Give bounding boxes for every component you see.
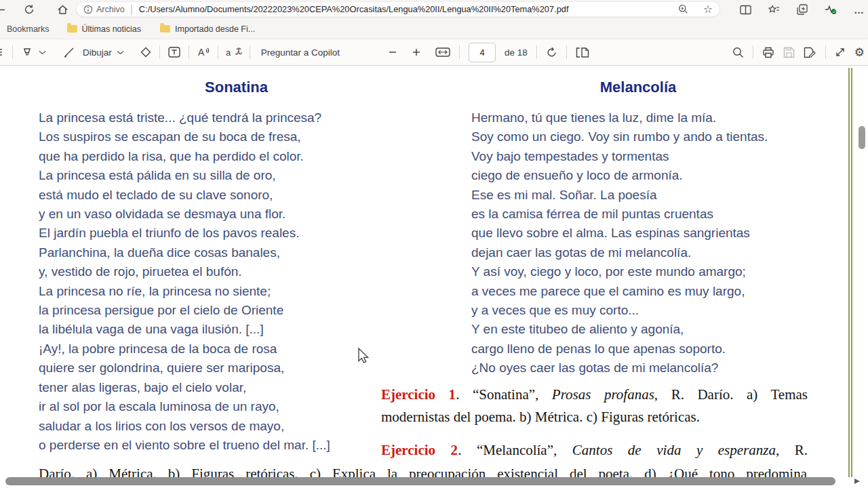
browser-actions: … [740,0,864,19]
poem-lines: Hermano, tú que tienes la luz, dime la m… [471,108,805,378]
poem-line: quiere ser golondrina, quiere ser maripo… [39,359,434,378]
poem-line: saludar a los lirios con los versos de m… [39,417,434,436]
bookmarks-bar: Bookmarks Últimas noticias Importado des… [0,19,868,39]
exercise-2-text: . “Melancolía”, [458,442,572,458]
poem-line: y, vestido de rojo, piruetea el bufón. [39,262,434,281]
poem-lines: La princesa está triste... ¿qué tendrá l… [39,108,434,455]
search-icon[interactable] [732,47,744,58]
poem-title-melancolia: Melancolía [471,79,805,96]
home-icon[interactable] [57,4,68,16]
toolbar-menu-icon[interactable] [0,47,5,57]
exercise-1-line-2: modernistas del poema. b) Métrica. c) Fi… [381,406,808,428]
zoom-page-icon[interactable] [678,4,688,14]
poem-line: Soy como un ciego. Voy sin rumbo y ando … [471,127,805,146]
url-scheme-label: Archivo [96,5,125,14]
favorite-star-icon[interactable]: ☆ [703,3,713,16]
chevron-down-icon[interactable] [39,50,46,55]
page-border-line [848,68,852,477]
favorites-hub-icon[interactable] [768,4,780,15]
file-info-icon[interactable] [83,5,93,14]
poem-line: que llevo sobre el alma. Las espinas san… [471,224,805,243]
print-icon[interactable] [762,47,774,58]
poem-line: La princesa no ríe, la princesa no sient… [39,282,434,301]
poem-line: ¿No oyes caer las gotas de mi melancolía… [471,359,805,378]
more-menu-icon[interactable]: … [854,4,864,16]
poem-line: Y en este titubeo de aliento y agonía, [471,320,805,339]
add-text-icon[interactable] [167,46,181,58]
poem-line: a veces me parece que el camino es muy l… [471,282,805,301]
exercise-1: Ejercicio 1. “Sonatina”, Prosas profanas… [381,384,808,428]
poem-title-sonatina: Sonatina [39,79,434,96]
poem-line: Hermano, tú que tienes la luz, dime la m… [471,108,805,127]
exercise-1-line-1: Ejercicio 1. “Sonatina”, Prosas profanas… [381,384,808,406]
poem-line: la princesa persigue por el cielo de Ori… [39,301,434,320]
read-aloud-icon[interactable]: A [197,46,210,58]
poem-line: que ha perdido la risa, que ha perdido e… [39,147,434,166]
exercise-2: Ejercicio 2. “Melancolía”, Cantos de vid… [381,439,808,462]
svg-text:a: a [226,47,231,58]
page-number-input[interactable] [469,43,496,62]
poem-line: y en un vaso olvidada se desmaya una flo… [39,205,434,224]
poem-line: La princesa está pálida en su silla de o… [39,166,434,185]
poem-line: Voy bajo tempestades y tormentas [471,147,805,166]
exercise-1-label: Ejercicio 1 [381,386,456,403]
poem-line: tener alas ligeras, bajo el cielo volar, [39,378,434,397]
poem-line: es la camisa férrea de mil puntas cruent… [471,205,805,224]
poem-line: está mudo el teclado de su clave sonoro, [39,186,434,205]
chevron-down-icon[interactable] [117,50,124,55]
expand-icon[interactable] [835,47,846,58]
exercise-2-work-title: Cantos de vida y esperanza [572,442,776,458]
bookmark-folder-ultimas-noticias[interactable]: Últimas noticias [67,24,142,34]
pdf-page: Sonatina La princesa está triste... ¿qué… [0,66,868,488]
browser-essentials-icon[interactable] [825,4,837,15]
translate-icon[interactable]: a [226,46,242,58]
poem-line: Y así voy, ciego y loco, por este mundo … [471,262,805,281]
settings-gear-icon[interactable]: ⚙ [854,45,865,60]
poem-line: Los suspiros se escapan de su boca de fr… [39,127,434,146]
svg-text:A: A [198,47,205,58]
address-bar[interactable]: Archivo | C:/Users/Alumno/Documents/2022… [76,1,720,17]
exercise-1-work-title: Prosas profanas [552,386,654,403]
save-icon [783,47,795,58]
save-as-icon[interactable] [804,47,816,58]
zoom-out-icon[interactable] [388,47,397,57]
rotate-icon[interactable] [546,47,557,58]
poem-line: ¡Ay!, la pobre princesa de la boca de ro… [39,340,434,359]
page-view-icon[interactable] [576,47,589,58]
folder-icon [67,25,77,33]
collections-icon[interactable] [797,4,808,15]
back-arrow-icon[interactable] [0,4,6,16]
split-screen-icon[interactable] [740,5,751,15]
bookmark-folder-importado[interactable]: Importado desde Fi... [160,24,255,34]
poem-line: ir al sol por la escala luminosa de un r… [39,397,434,416]
exercise-1-text: , R. Darío. a) Temas [654,386,808,403]
draw-pen-icon[interactable] [63,46,75,58]
exercise-2-label: Ejercicio 2 [381,442,458,458]
poem-line: Parlanchina, la dueña dice cosas banales… [39,243,434,262]
folder-icon [160,25,170,33]
zoom-in-icon[interactable] [412,47,421,57]
poem-line: dejan caer las gotas de mi melancolía. [471,243,805,262]
page-total-label: de 18 [505,47,528,58]
bookmark-label: Importado desde Fi... [175,24,255,34]
url-text[interactable]: C:/Users/Alumno/Documents/20222023%20CEP… [139,4,678,14]
scrollbar-right-arrow[interactable] [854,479,860,484]
horizontal-scrollbar-thumb[interactable] [5,477,835,485]
poem-melancolia: Melancolía Hermano, tú que tienes la luz… [471,79,805,378]
poem-line: ciego de ensueño y loco de armonía. [471,166,805,185]
exercise-2-text: , R. [776,442,808,458]
poem-line: o perderse en el viento sobre el trueno … [39,436,434,455]
poem-line: El jardín puebla el triunfo de los pavos… [39,224,434,243]
refresh-icon[interactable] [24,4,35,15]
bookmarks-title: Bookmarks [7,24,50,34]
bookmark-label: Últimas noticias [82,24,142,34]
fit-to-width-icon[interactable] [435,47,450,58]
copilot-button[interactable]: Preguntar a Copilot [261,47,340,58]
highlighter-icon[interactable] [20,46,34,58]
poem-line: Ese es mi mal. Soñar. La poesía [471,186,805,205]
eraser-icon[interactable] [140,46,152,58]
draw-button-label[interactable]: Dibujar [83,47,112,58]
vertical-scrollbar-thumb[interactable] [859,126,865,149]
browser-address-row: Archivo | C:/Users/Alumno/Documents/2022… [0,0,868,19]
poem-sonatina: Sonatina La princesa está triste... ¿qué… [39,79,434,455]
